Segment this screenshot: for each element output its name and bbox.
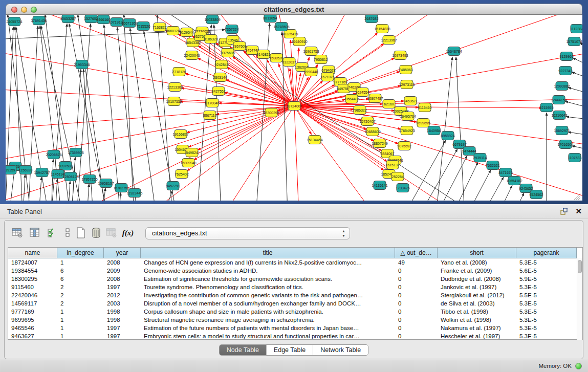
graph-node[interactable]: 16671368	[121, 19, 137, 28]
table-cell[interactable]: Corpus callosum shape and size in male p…	[141, 308, 395, 316]
table-cell[interactable]: Disruption of a novel member of a sodium…	[141, 299, 395, 308]
graph-node[interactable]: 16648784	[446, 47, 462, 56]
column-header-out_de[interactable]: △ out_de…	[395, 248, 438, 258]
graph-node[interactable]: 9146821	[256, 50, 270, 59]
table-cell[interactable]: 2012	[104, 291, 141, 299]
graph-node[interactable]: 2687682	[364, 15, 378, 23]
table-cell[interactable]: Hescheler et al. (1997)	[438, 332, 516, 340]
graph-node[interactable]: 22420046	[184, 51, 200, 60]
column-header-title[interactable]: title	[141, 248, 395, 258]
table-cell[interactable]: 0	[395, 332, 438, 340]
graph-node[interactable]: 12505123	[62, 172, 78, 181]
graph-node[interactable]: 12444154	[551, 96, 567, 104]
graph-node[interactable]: 9215955	[539, 103, 553, 112]
table-cell[interactable]: 2008	[104, 275, 141, 283]
graph-node[interactable]: 1156828	[19, 166, 33, 174]
table-row[interactable]: 946362711997Embryonic stem cells: a mode…	[8, 332, 582, 340]
table-cell[interactable]: 5.3E-5	[516, 324, 577, 332]
table-cell[interactable]: Changes of HCN gene expression and I(f) …	[141, 258, 395, 267]
table-cell[interactable]: 1	[57, 316, 104, 324]
table-cell[interactable]: 6	[57, 275, 104, 283]
graph-node[interactable]: 1112384	[570, 25, 582, 33]
table-cell[interactable]: 0	[395, 267, 438, 275]
graph-node[interactable]: 2803144	[213, 73, 227, 82]
table-row[interactable]: 946554611997Estimation of the future num…	[8, 324, 582, 332]
table-cell[interactable]: Wolkin et al. (1998)	[438, 316, 516, 324]
graph-node[interactable]: 10654182	[506, 177, 522, 185]
table-cell[interactable]: Dudbridge et al. (2008)	[438, 275, 516, 283]
graph-node[interactable]: 7986322	[353, 106, 366, 115]
table-cell[interactable]: 0	[395, 283, 438, 291]
graph-node[interactable]: 15720407	[359, 117, 375, 126]
graph-node[interactable]: 7485063	[399, 65, 412, 74]
graph-node[interactable]: 8186328	[204, 35, 217, 43]
graph-node[interactable]: 17957255	[81, 175, 97, 184]
graph-node[interactable]: 12213967	[381, 36, 397, 45]
graph-node[interactable]: 18300295	[263, 108, 279, 117]
table-cell[interactable]: Tourette syndrome. Phenomenology and cla…	[141, 283, 395, 291]
graph-node[interactable]: 62160	[383, 100, 395, 108]
graph-node[interactable]: 1990448	[304, 68, 318, 76]
graph-node[interactable]: 17016504	[557, 140, 573, 149]
column-header-year[interactable]: year	[104, 248, 141, 258]
table-cell[interactable]: 2	[57, 283, 104, 291]
graph-node[interactable]: 8660128	[166, 27, 180, 35]
table-cell[interactable]: Yano et al. (2008)	[438, 258, 516, 267]
graph-node[interactable]: 8375685	[221, 49, 234, 57]
graph-node[interactable]: 9129544	[180, 28, 193, 37]
table-cell[interactable]: 49	[395, 258, 438, 267]
create-table-icon[interactable]	[74, 226, 88, 239]
table-cell[interactable]: 1	[57, 258, 104, 267]
table-cell[interactable]: 5.3E-5	[516, 332, 577, 340]
table-cell[interactable]: 0	[395, 299, 438, 308]
table-cell[interactable]: Genome-wide association studies in ADHD.	[141, 267, 395, 275]
graph-node[interactable]: 10653287	[60, 15, 76, 23]
table-row[interactable]: 977716911998Corpus callosum shape and si…	[8, 308, 582, 316]
graph-node[interactable]: 12093882	[554, 82, 570, 91]
tab-node-table[interactable]: Node Table	[220, 345, 267, 355]
table-cell[interactable]: Investigating the contribution of common…	[141, 291, 395, 299]
memory-status-dot[interactable]	[575, 363, 582, 369]
table-cell[interactable]: Jankovic et al. (1997)	[438, 283, 516, 291]
graph-node[interactable]: 252254	[391, 172, 404, 181]
tab-network-table[interactable]: Network Table	[313, 345, 368, 355]
graph-node[interactable]: 18807249	[372, 139, 387, 148]
graph-node[interactable]: 10973493	[392, 51, 408, 60]
graph-node[interactable]: 12973115	[399, 80, 415, 89]
graph-node[interactable]: 10107552	[166, 97, 182, 106]
graph-node[interactable]: 7357224	[225, 25, 238, 34]
table-cell[interactable]: Estimation of the future numbers of pati…	[141, 324, 395, 332]
graph-node[interactable]: 10807487	[367, 94, 383, 103]
graph-node[interactable]: 8471676	[498, 168, 512, 177]
show-columns-icon[interactable]	[28, 226, 41, 239]
table-cell[interactable]: 0	[395, 291, 438, 299]
table-cell[interactable]: 5.5E-5	[516, 291, 577, 299]
graph-node[interactable]: 12213363	[167, 83, 183, 92]
graph-node[interactable]: 7955812	[314, 55, 328, 64]
table-cell[interactable]: Stergiakouli et al. (2012)	[438, 291, 516, 299]
graph-node[interactable]: 16640910	[291, 37, 307, 46]
table-cell[interactable]: 9115460	[8, 283, 57, 291]
table-cell[interactable]: Structural magnetic resonance image aver…	[141, 316, 395, 324]
graph-node[interactable]: 9227343	[558, 67, 572, 75]
graph-node[interactable]: 24055724	[6, 17, 22, 26]
graph-node[interactable]: 39159	[6, 166, 16, 174]
graph-node[interactable]: 15134454	[307, 136, 322, 144]
graph-node[interactable]: 16033809	[204, 15, 220, 24]
table-cell[interactable]: 6	[57, 267, 104, 275]
table-cell[interactable]: 2009	[104, 267, 141, 275]
graph-node[interactable]: 9524502	[529, 190, 543, 199]
function-builder-icon[interactable]: f(x)	[121, 226, 135, 239]
graph-node[interactable]: 9457791	[166, 182, 180, 190]
table-cell[interactable]: 1998	[104, 316, 141, 324]
graph-node[interactable]: 16154838	[374, 25, 390, 33]
table-cell[interactable]: 1997	[104, 324, 141, 332]
table-cell[interactable]: de Silva et al. (2003)	[438, 299, 516, 308]
table-cell[interactable]: 1	[57, 332, 104, 340]
table-cell[interactable]: 18300295	[8, 275, 57, 283]
table-row[interactable]: 1872400712008Changes of HCN gene express…	[8, 258, 582, 267]
table-row[interactable]: 1830029562008Estimation of significance …	[8, 275, 582, 283]
graph-node[interactable]: 16495764	[400, 112, 416, 121]
table-cell[interactable]: Franke et al. (2009)	[438, 267, 516, 275]
table-cell[interactable]: 5.3E-5	[516, 283, 577, 291]
